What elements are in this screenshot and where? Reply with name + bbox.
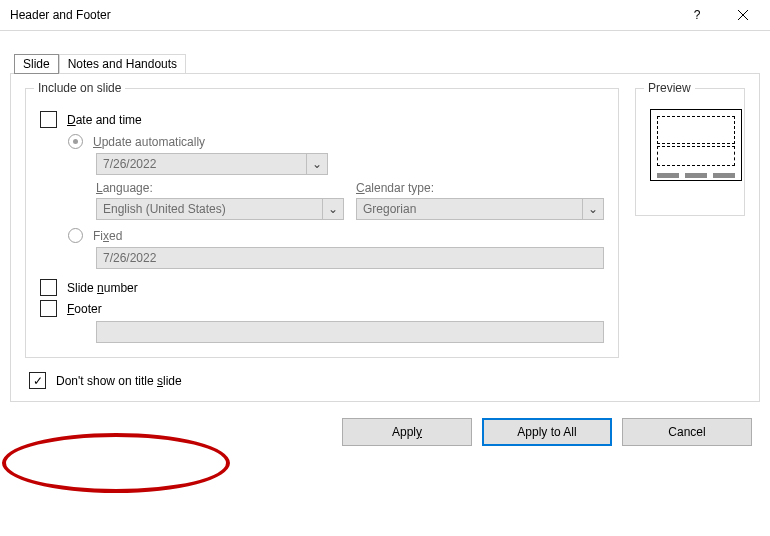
help-button[interactable]: ? <box>674 0 720 30</box>
chevron-down-icon: ⌄ <box>582 199 603 219</box>
dont-show-title-checkbox[interactable]: Don't show on title slide <box>29 372 745 389</box>
fixed-date-input: 7/26/2022 <box>96 247 604 269</box>
dont-show-title-label: Don't show on title slide <box>56 374 182 388</box>
footer-checkbox[interactable]: Footer <box>40 300 604 317</box>
calendar-type-value: Gregorian <box>363 202 416 216</box>
preview-body-placeholder <box>657 146 735 166</box>
radio-icon <box>68 134 83 149</box>
radio-icon <box>68 228 83 243</box>
include-legend: Include on slide <box>34 81 125 95</box>
slide-number-label: Slide number <box>67 281 138 295</box>
close-icon <box>737 9 749 21</box>
chevron-down-icon: ⌄ <box>322 199 343 219</box>
checkbox-icon <box>40 279 57 296</box>
preview-footer-left <box>657 173 679 178</box>
slide-number-checkbox[interactable]: Slide number <box>40 279 604 296</box>
date-time-checkbox[interactable]: Date and time <box>40 111 604 128</box>
footer-input <box>96 321 604 343</box>
checkbox-icon <box>29 372 46 389</box>
date-time-label: Date and time <box>67 113 142 127</box>
cancel-button[interactable]: Cancel <box>622 418 752 446</box>
fixed-date-value: 7/26/2022 <box>103 251 156 265</box>
language-label: Language: <box>96 181 344 195</box>
include-on-slide-group: Include on slide Date and time Update au… <box>25 88 619 358</box>
language-combo: English (United States) ⌄ <box>96 198 344 220</box>
preview-thumbnail <box>650 109 742 181</box>
close-button[interactable] <box>720 0 766 30</box>
checkbox-icon <box>40 111 57 128</box>
chevron-down-icon: ⌄ <box>306 154 327 174</box>
footer-label: Footer <box>67 302 102 316</box>
preview-footer-center <box>685 173 707 178</box>
calendar-type-label: Calendar type: <box>356 181 604 195</box>
auto-date-combo: 7/26/2022 ⌄ <box>96 153 328 175</box>
auto-date-value: 7/26/2022 <box>103 157 156 171</box>
dialog-title: Header and Footer <box>10 8 674 22</box>
checkbox-icon <box>40 300 57 317</box>
update-auto-label: Update automatically <box>93 135 205 149</box>
apply-to-all-button[interactable]: Apply to All <box>482 418 612 446</box>
preview-title-placeholder <box>657 116 735 144</box>
tab-slide[interactable]: Slide <box>14 54 59 74</box>
language-value: English (United States) <box>103 202 226 216</box>
apply-button[interactable]: Apply <box>342 418 472 446</box>
tab-notes-handouts[interactable]: Notes and Handouts <box>59 54 186 74</box>
calendar-type-combo: Gregorian ⌄ <box>356 198 604 220</box>
fixed-radio: Fixed <box>68 228 604 243</box>
preview-footer-right <box>713 173 735 178</box>
preview-legend: Preview <box>644 81 695 95</box>
preview-group: Preview <box>635 88 745 216</box>
update-auto-radio: Update automatically <box>68 134 604 149</box>
fixed-label: Fixed <box>93 229 122 243</box>
